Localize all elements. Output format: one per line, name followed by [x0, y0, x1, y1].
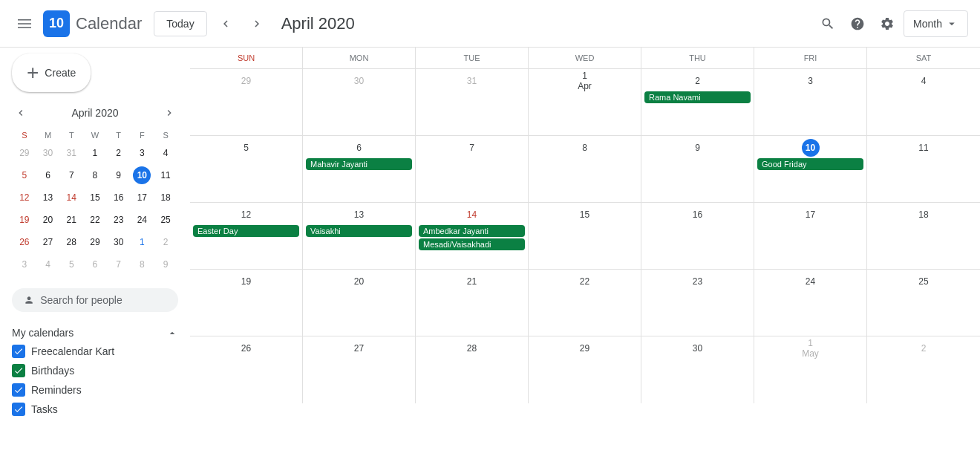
mini-cal-day[interactable]: 27 — [37, 232, 59, 253]
mini-cal-day[interactable]: 6 — [37, 165, 59, 186]
mini-cal-day[interactable]: 4 — [37, 254, 59, 275]
calendar-day[interactable]: 30 — [641, 336, 754, 403]
event-pill[interactable]: Mesadi/Vaisakhadi — [419, 238, 525, 250]
mini-cal-day[interactable]: 5 — [13, 165, 36, 186]
mini-cal-day[interactable]: 9 — [154, 254, 177, 275]
calendar-day[interactable]: 27 — [303, 336, 416, 403]
calendar-day[interactable]: 21 — [416, 270, 529, 336]
calendar-day[interactable]: 26 — [190, 336, 303, 403]
event-pill[interactable]: Ambedkar Jayanti — [419, 225, 525, 237]
mini-cal-day[interactable]: 1 — [84, 143, 106, 163]
calendar-day[interactable]: 10Good Friday — [754, 136, 867, 202]
calendar-day[interactable]: 28 — [416, 336, 529, 403]
calendar-day[interactable]: 13Vaisakhi — [303, 203, 416, 269]
mini-cal-next[interactable] — [160, 104, 178, 122]
mini-cal-day[interactable]: 23 — [108, 209, 130, 230]
calendar-day[interactable]: 22 — [529, 270, 641, 336]
event-pill[interactable]: Easter Day — [193, 225, 299, 237]
mini-cal-day[interactable]: 18 — [154, 187, 177, 208]
calendar-day[interactable]: 6Mahavir Jayanti — [303, 136, 416, 202]
calendar-day[interactable]: 2Rama Navami — [641, 69, 754, 135]
mini-cal-day[interactable]: 2 — [108, 143, 130, 163]
prev-month-button[interactable] — [213, 11, 238, 36]
settings-button[interactable] — [874, 10, 901, 37]
help-button[interactable] — [844, 10, 871, 37]
calendar-day[interactable]: 23 — [641, 270, 754, 336]
calendar-day[interactable]: 12Easter Day — [190, 203, 303, 269]
calendar-day[interactable]: 3 — [754, 69, 867, 135]
mini-cal-day[interactable]: 8 — [84, 165, 106, 186]
today-button[interactable]: Today — [154, 11, 206, 36]
mini-cal-day[interactable]: 3 — [131, 143, 154, 163]
mini-cal-day[interactable]: 24 — [131, 209, 154, 230]
view-selector[interactable]: Month — [904, 10, 968, 37]
calendar-day[interactable]: 24 — [754, 270, 867, 336]
calendar-item-tasks[interactable]: Tasks — [12, 400, 178, 419]
mini-cal-day[interactable]: 11 — [154, 165, 177, 186]
calendar-day[interactable]: 15 — [529, 203, 641, 269]
mini-cal-day[interactable]: 29 — [84, 232, 106, 253]
calendar-day[interactable]: 5 — [190, 136, 303, 202]
mini-cal-day[interactable]: 3 — [13, 254, 36, 275]
mini-cal-day[interactable]: 20 — [37, 209, 59, 230]
mini-cal-day[interactable]: 31 — [60, 143, 82, 163]
mini-cal-day[interactable]: 6 — [84, 254, 106, 275]
event-pill[interactable]: Mahavir Jayanti — [306, 158, 412, 170]
mini-cal-day[interactable]: 4 — [154, 143, 177, 163]
mini-cal-day[interactable]: 12 — [13, 187, 36, 208]
calendar-day[interactable]: 9 — [641, 136, 754, 202]
mini-cal-day[interactable]: 29 — [13, 143, 36, 163]
menu-button[interactable] — [12, 11, 37, 36]
mini-cal-day[interactable]: 10 — [131, 165, 154, 186]
mini-cal-day[interactable]: 30 — [37, 143, 59, 163]
calendar-day[interactable]: 30 — [303, 69, 416, 135]
calendar-day[interactable]: 2 — [867, 336, 980, 403]
mini-cal-day[interactable]: 7 — [60, 165, 82, 186]
calendar-day[interactable]: 16 — [641, 203, 754, 269]
mini-cal-day[interactable]: 22 — [84, 209, 106, 230]
search-button[interactable] — [814, 10, 841, 37]
mini-cal-day[interactable]: 2 — [154, 232, 177, 253]
calendar-day[interactable]: 18 — [867, 203, 980, 269]
calendar-day[interactable]: 20 — [303, 270, 416, 336]
mini-cal-day[interactable]: 5 — [60, 254, 82, 275]
mini-cal-day[interactable]: 17 — [131, 187, 154, 208]
mini-cal-day[interactable]: 1 — [131, 232, 154, 253]
mini-cal-day[interactable]: 13 — [37, 187, 59, 208]
calendar-day[interactable]: 19 — [190, 270, 303, 336]
calendar-day[interactable]: 8 — [529, 136, 641, 202]
calendar-day[interactable]: 31 — [416, 69, 529, 135]
mini-cal-day[interactable]: 7 — [108, 254, 130, 275]
search-people-input[interactable] — [40, 294, 166, 306]
calendar-item-birthdays[interactable]: Birthdays — [12, 361, 178, 380]
event-pill[interactable]: Good Friday — [757, 158, 863, 170]
mini-cal-day[interactable]: 21 — [60, 209, 82, 230]
calendar-day[interactable]: 11 — [867, 136, 980, 202]
mini-cal-day[interactable]: 9 — [108, 165, 130, 186]
mini-cal-prev[interactable] — [12, 104, 30, 122]
calendar-item-reminders[interactable]: Reminders — [12, 380, 178, 400]
mini-cal-day[interactable]: 28 — [60, 232, 82, 253]
mini-cal-day[interactable]: 15 — [84, 187, 106, 208]
mini-cal-day[interactable]: 26 — [13, 232, 36, 253]
calendar-day[interactable]: 25 — [867, 270, 980, 336]
calendar-day[interactable]: 4 — [867, 69, 980, 135]
mini-cal-day[interactable]: 30 — [108, 232, 130, 253]
next-month-button[interactable] — [244, 11, 270, 36]
calendar-item-freecalendar[interactable]: Freecalendar Kart — [12, 342, 178, 361]
event-pill[interactable]: Vaisakhi — [306, 225, 412, 237]
my-calendars-header[interactable]: My calendars — [12, 324, 178, 342]
calendar-day[interactable]: 1 May — [754, 336, 867, 403]
calendar-day[interactable]: 17 — [754, 203, 867, 269]
calendar-day[interactable]: 1 Apr — [529, 69, 641, 135]
calendar-day[interactable]: 29 — [190, 69, 303, 135]
mini-cal-day[interactable]: 19 — [13, 209, 36, 230]
mini-cal-day[interactable]: 14 — [60, 187, 82, 208]
calendar-day[interactable]: 14Ambedkar JayantiMesadi/Vaisakhadi — [416, 203, 529, 269]
mini-cal-day[interactable]: 25 — [154, 209, 177, 230]
event-pill[interactable]: Rama Navami — [644, 91, 751, 103]
create-button[interactable]: + Create — [12, 53, 91, 92]
app-logo[interactable]: 10 Calendar — [43, 10, 142, 37]
calendar-day[interactable]: 7 — [416, 136, 529, 202]
calendar-day[interactable]: 29 — [529, 336, 641, 403]
